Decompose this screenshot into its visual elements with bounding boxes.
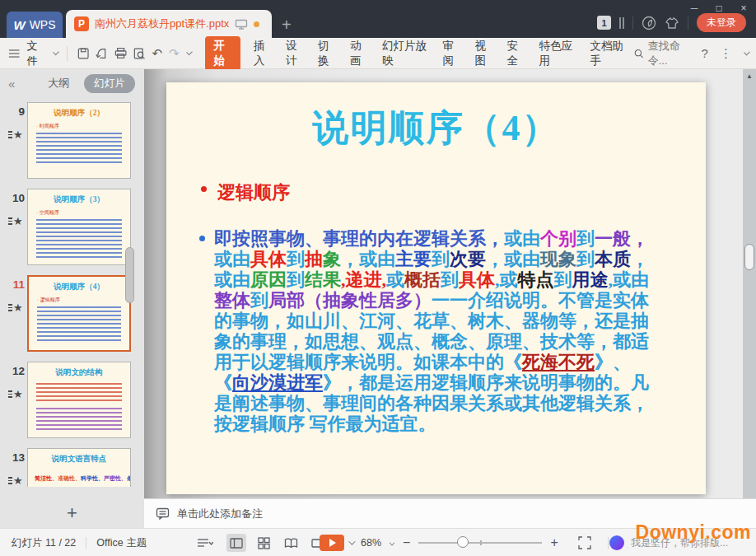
slide-number: 12 [7, 365, 25, 377]
help-button[interactable]: ? [702, 46, 708, 60]
slide-title[interactable]: 说明顺序（4） [166, 82, 706, 152]
tab-design[interactable]: 设计 [286, 39, 305, 68]
slide-bullet-1[interactable]: 逻辑顺序 [166, 180, 706, 205]
fit-to-window-icon[interactable] [578, 536, 591, 549]
animation-star-icon: ★ [8, 474, 23, 487]
bullet-dot [199, 236, 205, 241]
notes-bubble-icon [156, 507, 170, 520]
tab-transition[interactable]: 切换 [318, 39, 337, 68]
slide-number: 9 [7, 105, 25, 118]
slide-body-text[interactable]: 即按照事物、事理的内在逻辑关系，或由个别到一般，或由具体到抽象，或由主要到次要，… [166, 228, 706, 434]
docs-stack-icon [619, 17, 624, 29]
search-icon [634, 48, 643, 59]
slide-thumbnail-13[interactable]: 13 ★ 说明文语言特点 简洁性、准确性、科学性、严密性、条理性、逻辑性、趣味性… [0, 443, 144, 487]
tab-special-apps[interactable]: 特色应用 [539, 39, 576, 68]
slide-thumbnail-9[interactable]: 9 ★ 说明顺序（2） · 时间顺序 [0, 97, 144, 184]
tab-slideshow[interactable]: 幻灯片放映 [382, 39, 429, 68]
tab-home[interactable]: 开始 [205, 36, 240, 71]
find-command-search[interactable]: 查找命令... [634, 39, 689, 68]
tab-doc-assistant[interactable]: 文档助手 [590, 39, 628, 68]
slide-thumbnail-12[interactable]: 12 ★ 说明文的结构 [0, 357, 144, 443]
tab-outline[interactable]: 大纲 [48, 76, 69, 91]
tab-review[interactable]: 审阅 [443, 39, 462, 68]
downyi-watermark: Downyi.com [636, 521, 751, 544]
zoom-slider-handle[interactable] [457, 536, 469, 548]
zoom-chevron-icon[interactable] [390, 540, 395, 546]
hamburger-menu-icon[interactable] [8, 49, 20, 58]
file-menu[interactable]: 文件 [26, 39, 45, 68]
login-button[interactable]: 未登录 [697, 13, 746, 32]
export-icon[interactable] [96, 47, 107, 60]
present-monitor-icon[interactable] [235, 19, 248, 30]
thumb-title: 说明顺序（3） [28, 194, 130, 205]
tab-animation[interactable]: 动画 [350, 39, 369, 68]
ribbon-tabs: 开始 插入 设计 切换 动画 幻灯片放映 审阅 视图 安全 特色应用 文档助手 [205, 36, 628, 71]
theme-name[interactable]: Office 主题 [96, 536, 147, 550]
print-preview-icon[interactable] [133, 47, 145, 60]
document-tab-title: 南州六月荔枝丹ppt课件.pptx [95, 16, 229, 31]
zoom-slider[interactable] [418, 542, 542, 544]
thumb-title: 说明文语言特点 [28, 454, 130, 465]
notes-toggle-button[interactable] [191, 534, 219, 552]
canvas-scrollbar[interactable]: ▲ [743, 69, 756, 498]
slide-canvas: 说明顺序（4） 逻辑顺序 即按照事物、事理的内在逻辑关系，或由个别到一般，或由具… [144, 69, 756, 498]
tab-slides[interactable]: 幻灯片 [84, 74, 135, 93]
assistant-avatar[interactable] [609, 535, 624, 550]
animation-star-icon: ★ [8, 128, 23, 141]
thumb-subtitle: · 时间顺序 [36, 123, 130, 130]
scroll-up-arrow-icon[interactable]: ▲ [746, 72, 753, 80]
collapse-panel-button[interactable]: « [8, 77, 15, 91]
play-slideshow-button[interactable] [320, 535, 344, 551]
play-options-chevron-icon[interactable] [348, 538, 355, 544]
slide-panel: « 大纲 幻灯片 9 ★ 说明顺序（2） · 时间顺序 10 ★ 说明顺序（3）… [0, 69, 144, 528]
zoom-level[interactable]: 68% [361, 537, 381, 549]
wps-label: WPS [30, 18, 56, 31]
slide-thumbnail-10[interactable]: 10 ★ 说明顺序（3） · 空间顺序 [0, 184, 144, 270]
collapse-ribbon-chevron-icon[interactable] [744, 49, 750, 55]
zoom-in-button[interactable]: + [550, 535, 558, 550]
unsaved-indicator-dot [254, 21, 259, 27]
more-options-button[interactable]: ⋮ [720, 46, 732, 61]
menubar: 文件 ↶ ↷ 开始 插入 设计 切换 动画 幻灯片放映 审阅 视图 安全 特色应… [0, 38, 756, 69]
toolbar-more-chevron-icon[interactable] [186, 49, 193, 55]
slide-sorter-view-button[interactable] [254, 534, 273, 552]
tab-insert[interactable]: 插入 [254, 39, 273, 68]
save-icon[interactable] [77, 47, 89, 60]
bullet-dot [201, 186, 207, 192]
current-slide[interactable]: 说明顺序（4） 逻辑顺序 即按照事物、事理的内在逻辑关系，或由个别到一般，或由具… [166, 82, 706, 494]
file-menu-chevron-icon[interactable] [53, 49, 59, 55]
notes-placeholder: 单击此处添加备注 [177, 507, 263, 521]
thumb-subtitle: · 空间顺序 [36, 209, 130, 217]
reading-view-button[interactable] [281, 534, 301, 552]
add-slide-button[interactable]: + [0, 498, 144, 528]
thumb-body-text: 简洁性、准确性、科学性、严密性、条理性、逻辑性、趣味性（文艺性强的那一部 [35, 468, 125, 487]
slide-thumbnail-11-selected[interactable]: 11 ★ 说明顺序（4） · 逻辑顺序 [0, 270, 144, 357]
thumb-subtitle: · 逻辑顺序 [37, 297, 129, 304]
slide-number: 13 [7, 451, 25, 464]
tab-security[interactable]: 安全 [506, 39, 525, 68]
animation-star-icon: ★ [8, 215, 23, 227]
redo-button[interactable]: ↷ [169, 46, 180, 61]
sidebar-scrollbar-thumb[interactable] [125, 247, 134, 303]
zoom-out-button[interactable]: − [403, 535, 410, 550]
play-icon [329, 539, 336, 547]
animation-star-icon: ★ [8, 388, 23, 400]
normal-view-button[interactable] [226, 534, 246, 552]
undo-button[interactable]: ↶ [152, 46, 162, 61]
skin-shirt-icon[interactable] [665, 16, 679, 30]
thumb-title: 说明顺序（4） [29, 282, 129, 292]
wps-home-tab[interactable]: W WPS [7, 12, 63, 38]
animation-star-icon: ★ [8, 301, 23, 314]
thumb-title: 说明文的结构 [28, 367, 130, 378]
slide-number: 10 [7, 192, 25, 204]
open-docs-count-badge[interactable]: 1 [597, 16, 611, 30]
promo-leaf-icon[interactable] [642, 16, 656, 30]
ppt-file-icon: P [74, 16, 89, 31]
tab-view[interactable]: 视图 [475, 39, 494, 68]
canvas-scrollbar-thumb[interactable] [744, 244, 754, 270]
new-tab-button[interactable]: + [282, 16, 292, 33]
slide-counter: 幻灯片 11 / 22 [12, 536, 76, 550]
wps-logo-icon: W [13, 18, 25, 32]
print-icon[interactable] [114, 47, 127, 59]
document-tab[interactable]: P 南州六月荔枝丹ppt课件.pptx [66, 10, 272, 38]
